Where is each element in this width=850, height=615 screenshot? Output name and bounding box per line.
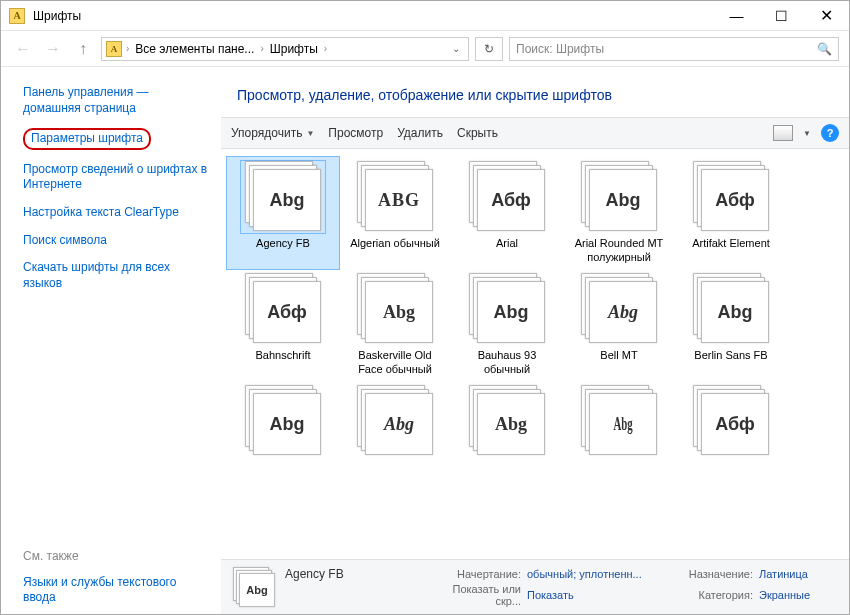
maximize-button[interactable]: ☐ [759,1,804,30]
details-cat-val: Экранные [759,589,850,601]
details-pane: Abg Agency FB Начертание: обычный; уплот… [221,559,849,614]
sidebar-cleartype-link[interactable]: Настройка текста ClearType [23,205,209,221]
details-style-val: обычный; уплотненн... [527,568,667,580]
font-label: Arial [494,237,520,265]
folder-fonts-icon: A [9,8,25,24]
see-also-label: См. также [23,549,209,563]
sidebar-text-services-link[interactable]: Языки и службы текстового ввода [23,575,209,606]
sidebar-font-info-link[interactable]: Просмотр сведений о шрифтах в Интернете [23,162,209,193]
font-thumb: Абф [689,161,773,233]
folder-icon: A [106,41,122,57]
font-label: Bell MT [598,349,639,377]
page-title: Просмотр, удаление, отображение или скры… [221,67,849,117]
details-purpose-val: Латиница [759,568,850,580]
breadcrumb-item[interactable]: Все элементы пане... [133,42,256,56]
search-input[interactable]: Поиск: Шрифты 🔍 [509,37,839,61]
search-icon: 🔍 [817,42,832,56]
font-grid: AbgAgency FBABGAlgerian обычныйАбфArialA… [221,149,849,559]
font-label: Berlin Sans FB [692,349,769,377]
spacer [23,303,209,528]
forward-button[interactable]: → [41,37,65,61]
hide-button[interactable]: Скрыть [457,126,498,140]
font-thumb: Abg [241,161,325,233]
main: Просмотр, удаление, отображение или скры… [221,67,849,614]
font-thumb: Abg [689,273,773,345]
view-options-button[interactable] [773,125,793,141]
sidebar-download-link[interactable]: Скачать шрифты для всех языков [23,260,209,291]
help-button[interactable]: ? [821,124,839,142]
font-label: Algerian обычный [348,237,442,265]
font-item[interactable]: Абф [675,381,787,493]
body: Панель управления — домашняя страница Па… [1,67,849,614]
details-show-key: Показать или скр... [431,583,521,607]
font-thumb: Abg [577,273,661,345]
details-thumb: Abg [231,567,275,607]
refresh-button[interactable]: ↻ [475,37,503,61]
font-thumb: Абф [241,273,325,345]
font-item[interactable]: AbgBaskerville Old Face обычный [339,269,451,381]
font-thumb: Abg [465,385,549,457]
font-item[interactable]: Abg [563,381,675,493]
font-item[interactable]: АбфBahnschrift [227,269,339,381]
font-label: Bauhaus 93 обычный [455,349,559,377]
navbar: ← → ↑ A › Все элементы пане... › Шрифты … [1,31,849,67]
details-cat-key: Категория: [673,589,753,601]
font-item[interactable]: AbgBell MT [563,269,675,381]
delete-button[interactable]: Удалить [397,126,443,140]
close-button[interactable]: ✕ [804,1,849,30]
font-thumb: Абф [465,161,549,233]
sidebar-home-link[interactable]: Панель управления — домашняя страница [23,85,209,116]
sidebar: Панель управления — домашняя страница Па… [1,67,221,614]
chevron-right-icon: › [260,43,263,54]
chevron-down-icon: ▼ [306,129,314,138]
breadcrumb-item[interactable]: Шрифты [268,42,320,56]
font-label [393,461,397,489]
minimize-button[interactable]: — [714,1,759,30]
font-label: Bahnschrift [253,349,312,377]
organize-button[interactable]: Упорядочить▼ [231,126,314,140]
up-button[interactable]: ↑ [71,37,95,61]
back-button[interactable]: ← [11,37,35,61]
chevron-right-icon: › [126,43,129,54]
font-thumb: Abg [353,273,437,345]
font-item[interactable]: ABGAlgerian обычный [339,157,451,269]
address-bar[interactable]: A › Все элементы пане... › Шрифты › ⌄ [101,37,469,61]
chevron-down-icon[interactable]: ▼ [803,129,811,138]
sidebar-charmap-link[interactable]: Поиск символа [23,233,209,249]
font-item[interactable]: AbgAgency FB [227,157,339,269]
font-item[interactable]: AbgBerlin Sans FB [675,269,787,381]
font-thumb: Abg [577,161,661,233]
details-style-key: Начертание: [431,568,521,580]
toolbar: Упорядочить▼ Просмотр Удалить Скрыть ▼ ? [221,117,849,149]
font-label [617,461,621,489]
details-show-val: Показать [527,589,667,601]
font-thumb: ABG [353,161,437,233]
font-thumb: Abg [465,273,549,345]
font-item[interactable]: АбфArial [451,157,563,269]
font-item[interactable]: AbgBauhaus 93 обычный [451,269,563,381]
font-item[interactable]: Abg [339,381,451,493]
details-name: Agency FB [285,567,425,581]
font-item[interactable]: АбфArtifakt Element [675,157,787,269]
font-item[interactable]: Abg [227,381,339,493]
sidebar-font-params-link[interactable]: Параметры шрифта [23,128,151,150]
font-label: Arial Rounded MT полужирный [567,237,671,265]
font-thumb: Abg [241,385,325,457]
font-item[interactable]: AbgArial Rounded MT полужирный [563,157,675,269]
fonts-window: A Шрифты — ☐ ✕ ← → ↑ A › Все элементы па… [0,0,850,615]
preview-button[interactable]: Просмотр [328,126,383,140]
font-thumb: Абф [689,385,773,457]
font-label [505,461,509,489]
font-label: Baskerville Old Face обычный [343,349,447,377]
chevron-right-icon: › [324,43,327,54]
font-item[interactable]: Abg [451,381,563,493]
font-label: Artifakt Element [690,237,772,265]
search-placeholder: Поиск: Шрифты [516,42,604,56]
font-thumb: Abg [577,385,661,457]
font-thumb: Abg [353,385,437,457]
font-label [281,461,285,489]
titlebar: A Шрифты — ☐ ✕ [1,1,849,31]
font-label: Agency FB [254,237,312,265]
chevron-down-icon[interactable]: ⌄ [448,43,464,54]
details-purpose-key: Назначение: [673,568,753,580]
